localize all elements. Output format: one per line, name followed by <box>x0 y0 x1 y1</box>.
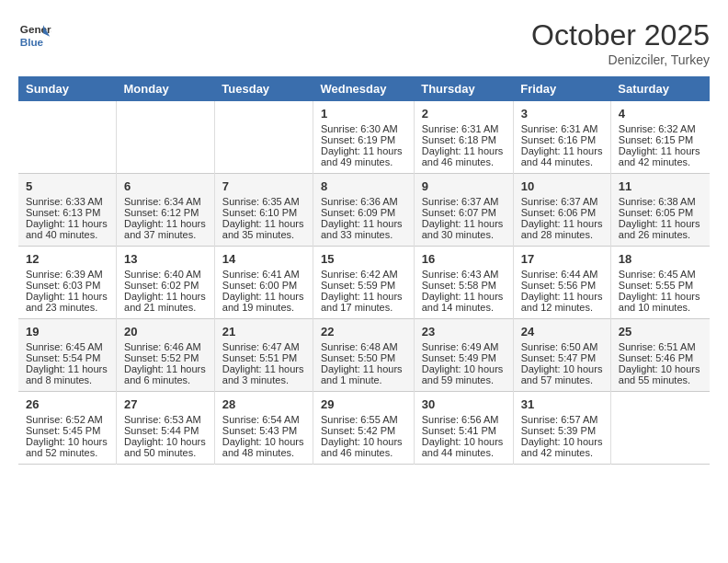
daylight-text: Daylight: 10 hours and 52 minutes. <box>26 436 108 458</box>
day-number: 25 <box>619 325 702 339</box>
sunset-text: Sunset: 5:55 PM <box>619 280 702 291</box>
sunrise-text: Sunrise: 6:50 AM <box>521 341 603 352</box>
day-number: 14 <box>222 252 305 266</box>
sunrise-text: Sunrise: 6:44 AM <box>521 269 603 280</box>
daylight-text: Daylight: 10 hours and 59 minutes. <box>422 363 506 385</box>
daylight-text: Daylight: 10 hours and 57 minutes. <box>521 363 603 385</box>
calendar-cell: 2Sunrise: 6:31 AMSunset: 6:18 PMDaylight… <box>414 101 513 174</box>
calendar-cell: 20Sunrise: 6:46 AMSunset: 5:52 PMDayligh… <box>117 319 215 392</box>
daylight-text: Daylight: 11 hours and 14 minutes. <box>422 291 506 313</box>
daylight-text: Daylight: 11 hours and 33 minutes. <box>321 218 406 240</box>
day-number: 21 <box>222 325 305 339</box>
sunset-text: Sunset: 6:07 PM <box>422 207 506 218</box>
daylight-text: Daylight: 11 hours and 37 minutes. <box>124 218 207 240</box>
sunrise-text: Sunrise: 6:40 AM <box>124 269 207 280</box>
sunrise-text: Sunrise: 6:34 AM <box>124 196 207 207</box>
sunrise-text: Sunrise: 6:33 AM <box>26 196 108 207</box>
daylight-text: Daylight: 11 hours and 6 minutes. <box>124 363 207 385</box>
calendar-cell: 23Sunrise: 6:49 AMSunset: 5:49 PMDayligh… <box>414 319 513 392</box>
daylight-text: Daylight: 11 hours and 1 minute. <box>321 363 406 385</box>
day-number: 3 <box>521 107 603 121</box>
calendar-cell: 19Sunrise: 6:45 AMSunset: 5:54 PMDayligh… <box>18 319 117 392</box>
day-number: 16 <box>422 252 506 266</box>
sunrise-text: Sunrise: 6:48 AM <box>321 341 406 352</box>
daylight-text: Daylight: 10 hours and 42 minutes. <box>521 436 603 458</box>
calendar-cell: 17Sunrise: 6:44 AMSunset: 5:56 PMDayligh… <box>513 247 610 319</box>
logo: General Blue <box>18 18 55 52</box>
sunset-text: Sunset: 6:15 PM <box>619 134 702 145</box>
calendar-week-row: 5Sunrise: 6:33 AMSunset: 6:13 PMDaylight… <box>18 174 710 247</box>
daylight-text: Daylight: 10 hours and 46 minutes. <box>321 436 406 458</box>
calendar-cell: 9Sunrise: 6:37 AMSunset: 6:07 PMDaylight… <box>414 174 513 247</box>
daylight-text: Daylight: 11 hours and 42 minutes. <box>619 145 702 167</box>
calendar-cell: 10Sunrise: 6:37 AMSunset: 6:06 PMDayligh… <box>513 174 610 247</box>
calendar-cell: 29Sunrise: 6:55 AMSunset: 5:42 PMDayligh… <box>313 392 414 465</box>
calendar-cell: 16Sunrise: 6:43 AMSunset: 5:58 PMDayligh… <box>414 247 513 319</box>
sunset-text: Sunset: 6:19 PM <box>321 134 406 145</box>
sunset-text: Sunset: 5:45 PM <box>26 425 108 436</box>
sunrise-text: Sunrise: 6:32 AM <box>619 123 702 134</box>
day-number: 5 <box>26 179 108 193</box>
day-number: 7 <box>222 179 305 193</box>
sunrise-text: Sunrise: 6:45 AM <box>26 341 108 352</box>
day-number: 4 <box>619 107 702 121</box>
sunset-text: Sunset: 5:44 PM <box>124 425 207 436</box>
sunset-text: Sunset: 6:10 PM <box>222 207 305 218</box>
day-number: 11 <box>619 179 702 193</box>
day-number: 31 <box>521 397 603 411</box>
sunset-text: Sunset: 6:05 PM <box>619 207 702 218</box>
sunrise-text: Sunrise: 6:41 AM <box>222 269 305 280</box>
sunrise-text: Sunrise: 6:51 AM <box>619 341 702 352</box>
calendar-cell: 30Sunrise: 6:56 AMSunset: 5:41 PMDayligh… <box>414 392 513 465</box>
sunset-text: Sunset: 5:47 PM <box>521 352 603 363</box>
calendar-cell: 25Sunrise: 6:51 AMSunset: 5:46 PMDayligh… <box>610 319 710 392</box>
day-number: 17 <box>521 252 603 266</box>
sunrise-text: Sunrise: 6:43 AM <box>422 269 506 280</box>
calendar-cell <box>610 392 710 465</box>
day-number: 18 <box>619 252 702 266</box>
daylight-text: Daylight: 11 hours and 17 minutes. <box>321 291 406 313</box>
sunset-text: Sunset: 6:18 PM <box>422 134 506 145</box>
daylight-text: Daylight: 10 hours and 55 minutes. <box>619 363 702 385</box>
day-number: 15 <box>321 252 406 266</box>
calendar-cell <box>214 101 313 174</box>
day-number: 22 <box>321 325 406 339</box>
sunrise-text: Sunrise: 6:39 AM <box>26 269 108 280</box>
day-number: 23 <box>422 325 506 339</box>
sunset-text: Sunset: 6:02 PM <box>124 280 207 291</box>
calendar-cell: 14Sunrise: 6:41 AMSunset: 6:00 PMDayligh… <box>214 247 313 319</box>
sunset-text: Sunset: 6:00 PM <box>222 280 305 291</box>
sunrise-text: Sunrise: 6:46 AM <box>124 341 207 352</box>
calendar-cell: 4Sunrise: 6:32 AMSunset: 6:15 PMDaylight… <box>610 101 710 174</box>
calendar-cell: 8Sunrise: 6:36 AMSunset: 6:09 PMDaylight… <box>313 174 414 247</box>
day-number: 8 <box>321 179 406 193</box>
day-number: 20 <box>124 325 207 339</box>
sunrise-text: Sunrise: 6:55 AM <box>321 414 406 425</box>
calendar-header-row: SundayMondayTuesdayWednesdayThursdayFrid… <box>18 76 710 101</box>
calendar-cell <box>18 101 117 174</box>
location-subtitle: Denizciler, Turkey <box>531 52 710 67</box>
daylight-text: Daylight: 11 hours and 12 minutes. <box>521 291 603 313</box>
calendar-cell: 5Sunrise: 6:33 AMSunset: 6:13 PMDaylight… <box>18 174 117 247</box>
daylight-text: Daylight: 11 hours and 23 minutes. <box>26 291 108 313</box>
calendar-cell: 13Sunrise: 6:40 AMSunset: 6:02 PMDayligh… <box>117 247 215 319</box>
calendar-cell: 24Sunrise: 6:50 AMSunset: 5:47 PMDayligh… <box>513 319 610 392</box>
sunset-text: Sunset: 5:49 PM <box>422 352 506 363</box>
sunrise-text: Sunrise: 6:30 AM <box>321 123 406 134</box>
sunset-text: Sunset: 5:51 PM <box>222 352 305 363</box>
calendar-cell <box>117 101 215 174</box>
daylight-text: Daylight: 11 hours and 35 minutes. <box>222 218 305 240</box>
month-title: October 2025 <box>531 18 710 52</box>
sunset-text: Sunset: 6:16 PM <box>521 134 603 145</box>
sunset-text: Sunset: 5:50 PM <box>321 352 406 363</box>
daylight-text: Daylight: 11 hours and 3 minutes. <box>222 363 305 385</box>
sunset-text: Sunset: 5:56 PM <box>521 280 603 291</box>
daylight-text: Daylight: 11 hours and 44 minutes. <box>521 145 603 167</box>
calendar-week-row: 26Sunrise: 6:52 AMSunset: 5:45 PMDayligh… <box>18 392 710 465</box>
day-number: 13 <box>124 252 207 266</box>
logo-icon: General Blue <box>18 18 51 52</box>
calendar-cell: 26Sunrise: 6:52 AMSunset: 5:45 PMDayligh… <box>18 392 117 465</box>
calendar-cell: 31Sunrise: 6:57 AMSunset: 5:39 PMDayligh… <box>513 392 610 465</box>
daylight-text: Daylight: 11 hours and 8 minutes. <box>26 363 108 385</box>
calendar-table: SundayMondayTuesdayWednesdayThursdayFrid… <box>18 76 710 465</box>
